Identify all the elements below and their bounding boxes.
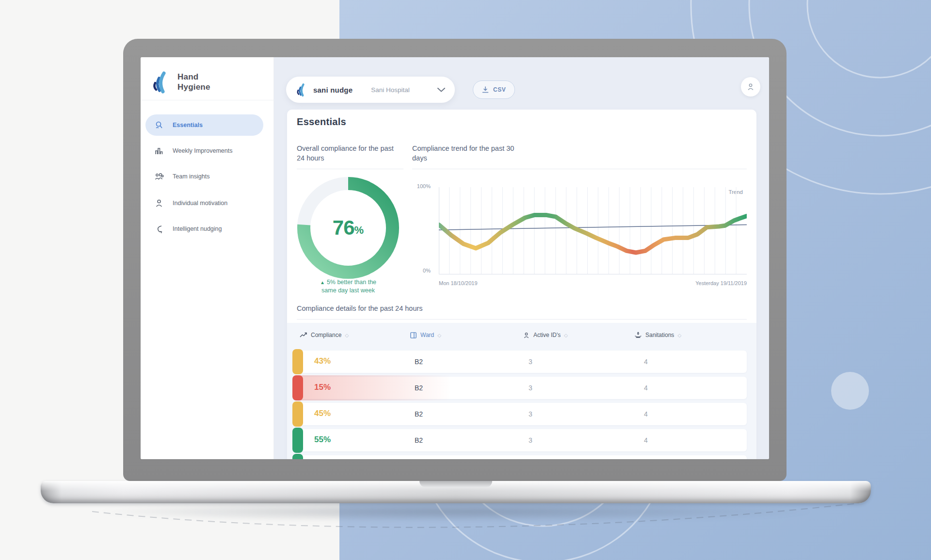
essentials-icon bbox=[154, 120, 164, 130]
person-icon bbox=[523, 332, 530, 339]
active-ids-value: 3 bbox=[529, 358, 532, 366]
y-axis-max-label: 100% bbox=[409, 183, 431, 189]
active-ids-value: 3 bbox=[529, 410, 532, 418]
column-header-compliance[interactable]: Compliance bbox=[300, 329, 349, 341]
download-icon bbox=[482, 86, 489, 93]
compliance-line bbox=[439, 215, 747, 253]
user-icon bbox=[746, 82, 755, 91]
divider bbox=[297, 319, 747, 320]
logo-text: sani nudge bbox=[313, 86, 353, 94]
essentials-panel: Essentials Overall compliance for the pa… bbox=[287, 110, 756, 459]
chevron-down-icon bbox=[437, 88, 445, 92]
compliance-value: 45% bbox=[314, 409, 331, 418]
table-row[interactable]: 55% B2 3 4 bbox=[297, 429, 747, 451]
trend-reference-line bbox=[439, 224, 747, 230]
sanitations-value: 4 bbox=[644, 384, 648, 392]
user-avatar-button[interactable] bbox=[741, 77, 760, 96]
donut-value: 76% bbox=[297, 177, 399, 279]
y-axis-min-label: 0% bbox=[409, 268, 431, 273]
ward-value: B2 bbox=[415, 384, 423, 392]
compliance-trend-chart bbox=[439, 187, 747, 274]
trending-up-icon bbox=[300, 332, 307, 338]
x-axis-start-label: Mon 18/10/2019 bbox=[439, 280, 478, 286]
table-section-title: Compliance details for the past 24 hours bbox=[297, 304, 423, 312]
table-row[interactable]: 45% B2 3 4 bbox=[297, 403, 747, 425]
sort-icon[interactable] bbox=[437, 332, 441, 338]
donut-delta-note: 5% better than the same day last week bbox=[295, 278, 401, 295]
compliance-level-tab bbox=[292, 349, 303, 374]
sanitation-icon bbox=[634, 332, 642, 339]
compliance-level-tab bbox=[292, 454, 303, 459]
hospital-name: Sani Hospital bbox=[371, 86, 410, 94]
sanitations-value: 4 bbox=[644, 410, 648, 418]
sanitations-value: 4 bbox=[644, 358, 648, 366]
bar-chart-icon bbox=[154, 146, 164, 156]
sidebar-item-essentials[interactable]: Essentials bbox=[145, 114, 263, 136]
compliance-level-tab bbox=[292, 375, 303, 400]
laptop-screen: Hand Hygiene Essentials Weekly Improveme… bbox=[141, 57, 769, 459]
compliance-value: 43% bbox=[314, 356, 331, 366]
brand-name: Hand Hygiene bbox=[177, 72, 210, 92]
sort-icon[interactable] bbox=[564, 332, 568, 338]
column-header-sanitations[interactable]: Sanitations bbox=[634, 329, 681, 341]
sidebar-item-label: Individual motivation bbox=[173, 200, 227, 207]
compliance-table-rows: 43% B2 3 415% B2 3 445% B2 3 455% B2 3 4 bbox=[297, 351, 747, 459]
sidebar-item-label: Essentials bbox=[173, 122, 203, 128]
column-header-active-ids[interactable]: Active ID's bbox=[523, 329, 568, 341]
page-title: Essentials bbox=[297, 116, 346, 128]
sidebar-item-label: Team insights bbox=[173, 173, 209, 180]
divider bbox=[141, 100, 273, 100]
hand-hygiene-logo-icon bbox=[151, 70, 171, 94]
compliance-donut-chart: 76% bbox=[297, 177, 399, 279]
table-row[interactable] bbox=[297, 455, 747, 459]
active-ids-value: 3 bbox=[529, 436, 532, 444]
ward-value: B2 bbox=[415, 436, 423, 444]
ward-icon bbox=[410, 332, 417, 339]
divider bbox=[297, 169, 403, 169]
sidebar-item-team-insights[interactable]: Team insights bbox=[145, 166, 263, 187]
main-area: sani nudge Sani Hospital CSV Essentials … bbox=[274, 57, 769, 459]
csv-label: CSV bbox=[493, 86, 506, 93]
sidebar-item-weekly-improvements[interactable]: Weekly Improvements bbox=[145, 140, 263, 161]
sidebar-item-individual-motivation[interactable]: Individual motivation bbox=[145, 192, 263, 214]
laptop-base bbox=[41, 481, 871, 503]
donut-section-title: Overall compliance for the past 24 hours bbox=[297, 144, 396, 163]
compliance-level-tab bbox=[292, 428, 303, 453]
person-icon bbox=[154, 198, 164, 208]
trend-section-title: Compliance trend for the past 30 days bbox=[412, 144, 524, 163]
app-logo: Hand Hygiene bbox=[151, 70, 210, 94]
csv-export-button[interactable]: CSV bbox=[473, 80, 515, 99]
laptop-shadow bbox=[92, 501, 819, 522]
hospital-selector[interactable]: sani nudge Sani Hospital bbox=[286, 77, 455, 103]
sidebar-item-label: Intelligent nudging bbox=[173, 225, 222, 232]
sidebar-item-label: Weekly Improvements bbox=[173, 147, 232, 154]
table-row[interactable]: 43% B2 3 4 bbox=[297, 351, 747, 373]
sani-nudge-logo-icon bbox=[296, 82, 307, 97]
sidebar: Hand Hygiene Essentials Weekly Improveme… bbox=[141, 57, 274, 459]
column-header-ward[interactable]: Ward bbox=[410, 329, 441, 341]
divider bbox=[412, 169, 747, 169]
active-ids-value: 3 bbox=[529, 384, 532, 392]
nudge-swoosh-icon bbox=[154, 224, 164, 234]
increase-arrow-icon bbox=[320, 279, 327, 286]
sort-icon[interactable] bbox=[677, 332, 681, 338]
team-icon bbox=[154, 172, 164, 181]
compliance-value: 55% bbox=[314, 435, 331, 445]
sanitations-value: 4 bbox=[644, 436, 648, 444]
ward-value: B2 bbox=[415, 358, 423, 366]
ward-value: B2 bbox=[415, 410, 423, 418]
laptop-notch bbox=[419, 481, 492, 487]
x-axis-end-label: Yesterday 19/11/2019 bbox=[626, 280, 747, 286]
table-row[interactable]: 15% B2 3 4 bbox=[297, 377, 747, 399]
sort-icon[interactable] bbox=[345, 332, 349, 338]
compliance-value: 15% bbox=[314, 383, 331, 392]
compliance-level-tab bbox=[292, 401, 303, 427]
sidebar-item-intelligent-nudging[interactable]: Intelligent nudging bbox=[145, 218, 263, 240]
